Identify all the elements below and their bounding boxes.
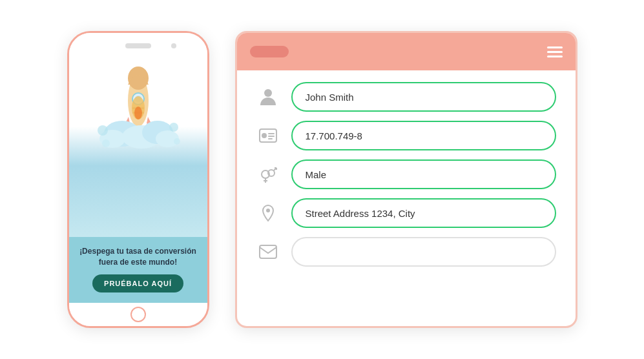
form-row-id [256,121,556,150]
phone-tagline: ¡Despega tu tasa de conversiónfuera de e… [79,246,196,268]
svg-rect-22 [268,138,273,139]
tablet-pill [250,46,289,57]
phone-camera [171,43,176,48]
smoke-svg [93,95,183,150]
envelope-icon [256,240,280,263]
phone-home-circle [130,307,146,322]
person-icon [256,85,280,108]
svg-point-17 [264,89,272,97]
svg-point-19 [262,133,267,138]
phone-home-button[interactable] [69,303,207,326]
hamburger-line-2 [547,51,563,53]
svg-rect-20 [268,133,275,134]
hamburger-line-3 [547,56,563,57]
svg-point-13 [98,125,108,136]
svg-point-14 [169,123,178,132]
svg-point-15 [102,139,110,147]
email-input[interactable] [291,237,556,267]
form-row-gender [256,159,556,189]
phone-cta-button[interactable]: PRUÉBALO AQUÍ [92,274,183,292]
scene: ¡Despega tu tasa de conversiónfuera de e… [0,0,644,359]
tablet-mockup [235,31,577,328]
tablet-header [237,33,576,70]
phone-screen [69,59,207,237]
phone-top-bar [69,33,207,59]
form-row-name [256,82,556,112]
svg-point-16 [174,138,180,145]
hamburger-line-1 [547,46,563,48]
svg-point-30 [266,209,270,212]
form-row-address [256,198,556,228]
id-number-input[interactable] [291,121,556,150]
phone-mockup: ¡Despega tu tasa de conversiónfuera de e… [67,31,209,328]
id-card-icon [256,124,280,147]
tablet-form-body [237,70,576,326]
svg-rect-21 [268,136,275,137]
svg-point-7 [134,107,142,119]
phone-bottom-section: ¡Despega tu tasa de conversiónfuera de e… [69,237,207,303]
location-icon [256,201,280,225]
hamburger-menu-button[interactable] [547,46,563,57]
phone-speaker [125,43,151,48]
address-input[interactable] [291,198,556,228]
gender-input[interactable] [291,159,556,189]
svg-rect-31 [260,245,276,258]
name-input[interactable] [291,82,556,112]
form-row-email [256,237,556,267]
gender-icon [256,163,280,186]
